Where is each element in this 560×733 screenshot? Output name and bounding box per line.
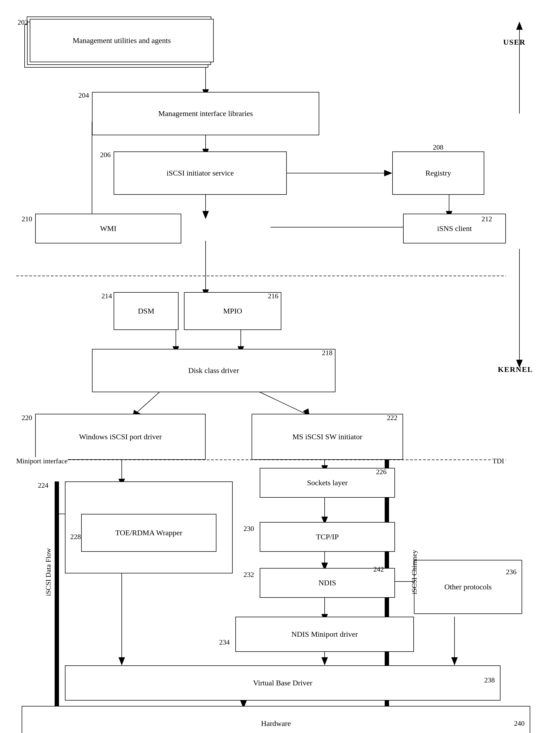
- ref-218: 218: [322, 349, 332, 357]
- management-utilities-label: Management utilities and agents: [73, 36, 171, 45]
- dsm-box: DSM: [114, 292, 179, 330]
- ms-iscsi-sw-label: MS iSCSI SW initiator: [292, 432, 363, 441]
- svg-marker-11: [202, 211, 209, 219]
- hardware-box: Hardware: [22, 706, 530, 733]
- windows-iscsi-port-label: Windows iSCSI port driver: [79, 432, 162, 441]
- virtual-base-driver-box: Virtual Base Driver: [65, 665, 500, 701]
- ref-222: 222: [387, 414, 397, 422]
- toe-rdma-label: TOE/RDMA Wrapper: [115, 528, 182, 537]
- ref-216: 216: [268, 292, 278, 300]
- ref-208: 208: [433, 143, 443, 152]
- svg-marker-42: [321, 657, 328, 665]
- ref-204: 204: [78, 91, 89, 100]
- mpio-box: MPIO: [184, 292, 281, 330]
- svg-marker-1: [516, 22, 523, 30]
- disk-class-driver-box: Disk class driver: [92, 349, 335, 392]
- registry-box: Registry: [392, 152, 484, 195]
- diagram: Management utilities and agents 202 Mana…: [0, 0, 560, 733]
- miniport-interface-label: Miniport interface: [16, 457, 68, 465]
- ndis-miniport-box: NDIS Miniport driver: [235, 617, 414, 652]
- ndis-label: NDIS: [318, 578, 336, 587]
- ref-220: 220: [22, 414, 32, 422]
- virtual-base-driver-label: Virtual Base Driver: [253, 679, 312, 687]
- ref-206: 206: [100, 151, 111, 159]
- tdi-label: TDI: [492, 457, 504, 465]
- ref-212: 212: [482, 215, 492, 223]
- svg-marker-44: [451, 657, 458, 665]
- kernel-label: KERNEL: [498, 365, 533, 374]
- svg-marker-9: [384, 170, 392, 176]
- ref-226: 226: [376, 468, 387, 476]
- management-utilities-box: Management utilities and agents: [30, 19, 214, 62]
- disk-class-driver-label: Disk class driver: [188, 366, 239, 375]
- ref-242: 242: [373, 565, 384, 573]
- windows-iscsi-port-box: Windows iSCSI port driver: [35, 414, 206, 460]
- ref-238: 238: [484, 676, 495, 684]
- wmi-box: WMI: [35, 214, 181, 244]
- toe-rdma-box: TOE/RDMA Wrapper: [81, 514, 216, 552]
- tcpip-label: TCP/IP: [316, 532, 339, 541]
- svg-line-25: [254, 389, 306, 414]
- registry-label: Registry: [426, 169, 451, 178]
- iscsi-initiator-service-label: iSCSI initiator service: [167, 169, 234, 178]
- sockets-layer-label: Sockets layer: [307, 478, 348, 487]
- ref-202: 202: [18, 18, 28, 27]
- iscsi-initiator-service-box: iSCSI initiator service: [114, 152, 287, 195]
- mpio-label: MPIO: [223, 307, 242, 316]
- ref-230: 230: [243, 525, 254, 533]
- ref-210: 210: [22, 215, 32, 223]
- ref-236: 236: [506, 568, 516, 576]
- tcpip-box: TCP/IP: [260, 522, 395, 552]
- management-interface-box: Management interface libraries: [92, 92, 319, 135]
- iscsi-chimney-label: iSCSI Chimney: [410, 550, 419, 594]
- dsm-label: DSM: [138, 307, 154, 316]
- management-interface-label: Management interface libraries: [158, 109, 253, 118]
- ref-234: 234: [219, 638, 230, 646]
- ndis-miniport-label: NDIS Miniport driver: [291, 630, 358, 639]
- svg-marker-40: [118, 657, 125, 665]
- ms-iscsi-sw-box: MS iSCSI SW initiator: [252, 414, 403, 460]
- other-protocols-label: Other protocols: [444, 583, 492, 591]
- isns-client-label: iSNS client: [437, 224, 472, 233]
- user-label: USER: [503, 38, 526, 47]
- sockets-layer-box: Sockets layer: [260, 468, 395, 498]
- ref-214: 214: [101, 292, 112, 300]
- ref-240: 240: [514, 719, 525, 728]
- ref-224: 224: [38, 481, 48, 489]
- hardware-label: Hardware: [261, 719, 291, 728]
- wmi-label: WMI: [100, 224, 117, 233]
- ref-232: 232: [243, 571, 254, 579]
- svg-line-23: [135, 389, 162, 414]
- iscsi-data-flow-label: iSCSI Data Flow: [44, 548, 52, 596]
- ref-228: 228: [70, 533, 81, 541]
